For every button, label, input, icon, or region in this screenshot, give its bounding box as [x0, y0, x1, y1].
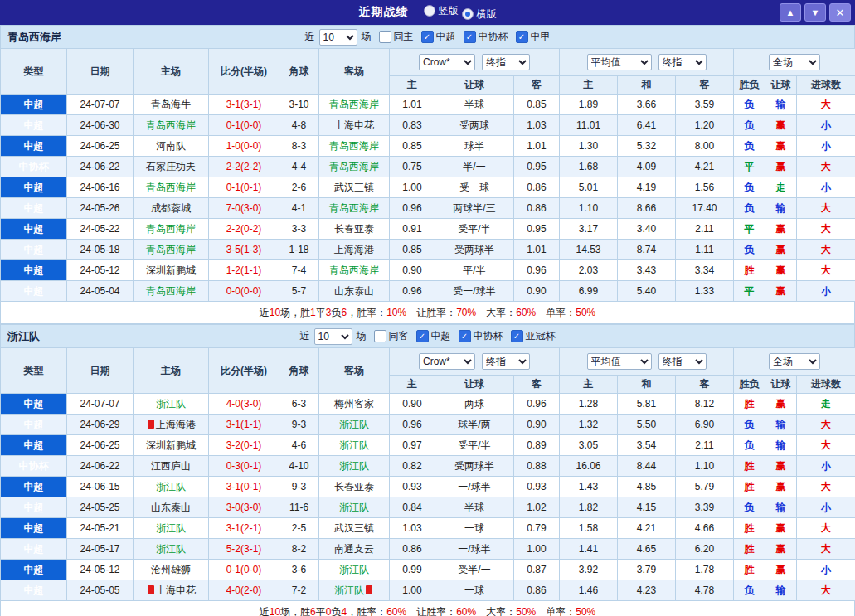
home-team-cell: 青岛海牛 [134, 95, 209, 115]
handicap-line: 半球 [435, 497, 514, 518]
league-type-cell: 中超 [1, 497, 67, 518]
home-team-cell: 成都蓉城 [134, 198, 209, 219]
checkbox-icon[interactable]: ✓ [421, 31, 434, 43]
avg-draw-odds: 3.54 [618, 435, 676, 456]
result-handicap: 输 [765, 580, 797, 601]
radio-icon[interactable] [462, 8, 474, 20]
filter-controls: 近10场同主✓中超✓中协杯✓中甲 [305, 29, 551, 46]
score-cell: 7-0(3-0) [209, 198, 279, 219]
match-row: 中超24-05-05上海申花4-0(2-0)7-2浙江队1.00一球0.861.… [1, 580, 855, 601]
avg-away-odds: 4.66 [676, 518, 734, 539]
final-odds-select[interactable]: 终指 [482, 54, 530, 70]
radio-horizontal[interactable]: 横版 [462, 7, 497, 22]
handicap-away-odds: 0.86 [514, 177, 560, 198]
bookmaker-select[interactable]: Crow* [419, 353, 475, 370]
scope-select[interactable]: 全场 [769, 54, 820, 70]
team-label: 青岛西海岸 [329, 140, 379, 152]
handicap-home-odds: 0.97 [390, 435, 435, 456]
avg-away-odds: 4.21 [676, 157, 734, 177]
match-count-select[interactable]: 10 [319, 29, 357, 46]
team-label: 沧州雄狮 [151, 564, 191, 575]
checkbox-icon[interactable] [379, 31, 391, 43]
team-label: 浙江队 [339, 460, 369, 472]
filter-checkbox[interactable]: ✓中甲 [516, 30, 551, 44]
score-cell: 1-0(0-0) [209, 136, 279, 157]
filter-checkbox[interactable]: ✓亚冠杯 [511, 329, 556, 343]
score-cell: 2-2(0-2) [209, 219, 279, 240]
checkbox-icon[interactable]: ✓ [416, 330, 429, 342]
summary-segment: 10% [386, 307, 406, 318]
team-label: 长春亚泰 [334, 223, 374, 235]
away-team-cell: 浙江队 [319, 497, 390, 518]
close-button[interactable]: ✕ [829, 3, 851, 22]
date-cell: 24-06-30 [67, 115, 134, 136]
avg-home-odds: 11.01 [560, 115, 618, 136]
corner-cell: 8-3 [279, 136, 319, 157]
home-team-cell: 青岛西海岸 [134, 281, 209, 302]
scope-select[interactable]: 全场 [769, 353, 820, 370]
checkbox-icon[interactable] [374, 330, 386, 342]
scroll-up-button[interactable]: ▲ [780, 3, 801, 22]
match-count-select[interactable]: 10 [314, 328, 352, 345]
checkbox-label: 中超 [436, 30, 456, 44]
filter-checkbox[interactable]: ✓中超 [416, 329, 451, 343]
handicap-home-odds: 0.99 [390, 560, 435, 580]
avg-draw-odds: 3.40 [618, 219, 676, 240]
summary-segment: 3 [326, 307, 332, 318]
home-team-cell: 石家庄功夫 [134, 157, 209, 177]
away-team-cell: 武汉三镇 [319, 177, 390, 198]
league-type-cell: 中超 [1, 198, 67, 219]
radio-icon[interactable] [424, 5, 435, 17]
odds-dropdown-cell: Crow*终指 [390, 49, 560, 76]
bookmaker-select[interactable]: Crow* [419, 54, 475, 70]
avg-draw-odds: 4.19 [618, 177, 676, 198]
checkbox-icon[interactable]: ✓ [464, 31, 476, 43]
checkbox-icon[interactable]: ✓ [511, 330, 523, 342]
date-cell: 24-05-17 [67, 539, 134, 560]
average-select[interactable]: 平均值 [587, 353, 652, 370]
filter-checkbox[interactable]: ✓中协杯 [459, 329, 503, 343]
final-average-select[interactable]: 终指 [658, 54, 707, 70]
average-select[interactable]: 平均值 [587, 54, 652, 70]
scroll-down-button[interactable]: ▼ [804, 3, 826, 22]
team-label: 青岛西海岸 [146, 119, 196, 131]
result-outcome: 胜 [734, 539, 765, 560]
team-label: 青岛西海岸 [329, 99, 379, 110]
result-outcome: 负 [734, 580, 765, 601]
summary-segment: 近 [260, 306, 270, 320]
handicap-home-odds: 0.85 [390, 240, 435, 260]
final-odds-select[interactable]: 终指 [482, 353, 530, 370]
date-cell: 24-05-04 [67, 281, 134, 302]
summary-segment: 0 [326, 606, 332, 616]
layout-radio-group: 竖版横版 [420, 4, 497, 22]
home-team-cell: 青岛西海岸 [134, 240, 209, 260]
checkbox-icon[interactable]: ✓ [516, 31, 528, 43]
filter-checkbox[interactable]: ✓中协杯 [464, 30, 508, 44]
avg-draw-odds: 4.15 [618, 497, 676, 518]
col-subheader: 和 [618, 376, 676, 394]
avg-home-odds: 1.10 [560, 198, 618, 219]
avg-home-odds: 3.92 [560, 560, 618, 580]
filter-checkbox[interactable]: 同主 [379, 30, 414, 44]
handicap-home-odds: 0.91 [390, 219, 435, 240]
handicap-away-odds: 1.00 [514, 539, 560, 560]
avg-away-odds: 4.78 [676, 580, 734, 601]
filter-checkbox[interactable]: 同客 [374, 329, 409, 343]
corner-cell: 5-7 [279, 281, 319, 302]
sections-container: 青岛西海岸近10场同主✓中超✓中协杯✓中甲类型日期主场比分(半场)角球客场Cro… [0, 25, 855, 616]
handicap-away-odds: 0.89 [514, 435, 560, 456]
home-team-cell: 山东泰山 [134, 497, 209, 518]
league-type-cell: 中超 [1, 219, 67, 240]
radio-vertical[interactable]: 竖版 [424, 4, 459, 18]
red-card-icon [148, 420, 154, 429]
result-outcome: 胜 [734, 456, 765, 477]
filter-checkbox[interactable]: ✓中超 [421, 30, 456, 44]
date-cell: 24-05-25 [67, 497, 134, 518]
summary-segment: 60% [516, 307, 536, 318]
team-label: 青岛西海岸 [146, 223, 196, 235]
final-average-select[interactable]: 终指 [658, 353, 707, 370]
checkbox-icon[interactable]: ✓ [459, 330, 471, 342]
avg-home-odds: 6.99 [560, 281, 618, 302]
summary-segment: 60% [386, 606, 406, 616]
result-goals: 大 [797, 95, 855, 115]
